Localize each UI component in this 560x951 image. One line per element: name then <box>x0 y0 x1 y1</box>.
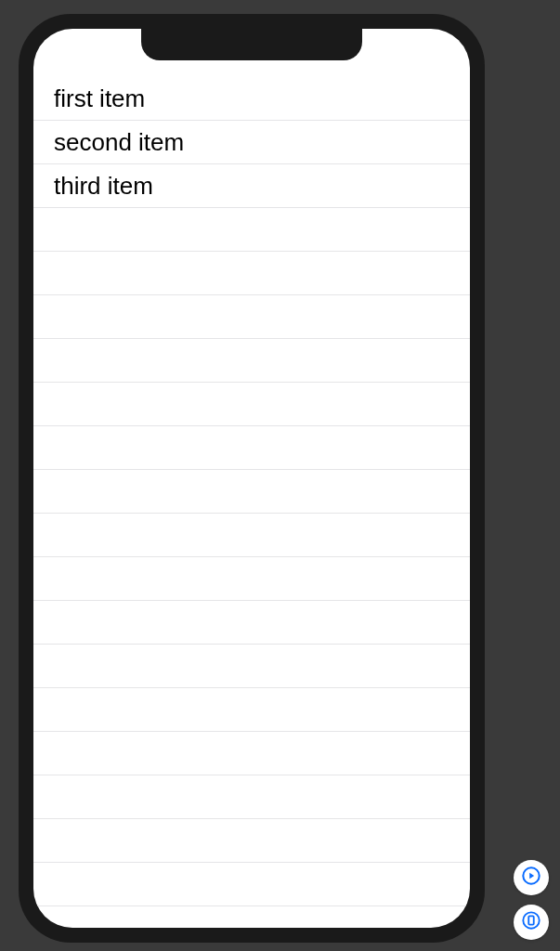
empty-list-row <box>33 470 470 514</box>
list-item-label: third item <box>54 172 153 200</box>
empty-list-row <box>33 339 470 383</box>
empty-list-row <box>33 863 470 906</box>
empty-list-row <box>33 601 470 645</box>
phone-simulator-frame: first itemsecond itemthird item <box>19 14 485 943</box>
list-item[interactable]: first item <box>33 77 470 121</box>
svg-point-1 <box>523 912 539 928</box>
empty-list-row <box>33 775 470 819</box>
svg-rect-2 <box>528 916 534 924</box>
empty-list-row <box>33 819 470 863</box>
run-preview-button[interactable] <box>514 860 549 895</box>
list-item-label: first item <box>54 85 145 112</box>
phone-screen: first itemsecond itemthird item <box>33 29 470 928</box>
device-selector-button[interactable] <box>514 905 549 940</box>
empty-list-row <box>33 426 470 470</box>
empty-list-row <box>33 514 470 557</box>
device-icon <box>521 910 541 934</box>
empty-list-row <box>33 688 470 732</box>
list-item[interactable]: third item <box>33 164 470 208</box>
list-item[interactable]: second item <box>33 121 470 164</box>
empty-list-row <box>33 295 470 339</box>
list-view[interactable]: first itemsecond itemthird item <box>33 77 470 928</box>
play-icon <box>521 866 541 890</box>
empty-list-row <box>33 208 470 252</box>
empty-list-row <box>33 732 470 775</box>
empty-list-row <box>33 252 470 295</box>
phone-notch <box>141 29 362 60</box>
empty-list-row <box>33 645 470 688</box>
empty-list-row <box>33 557 470 601</box>
empty-list-row <box>33 383 470 426</box>
empty-list-row <box>33 906 470 928</box>
list-item-label: second item <box>54 128 184 156</box>
